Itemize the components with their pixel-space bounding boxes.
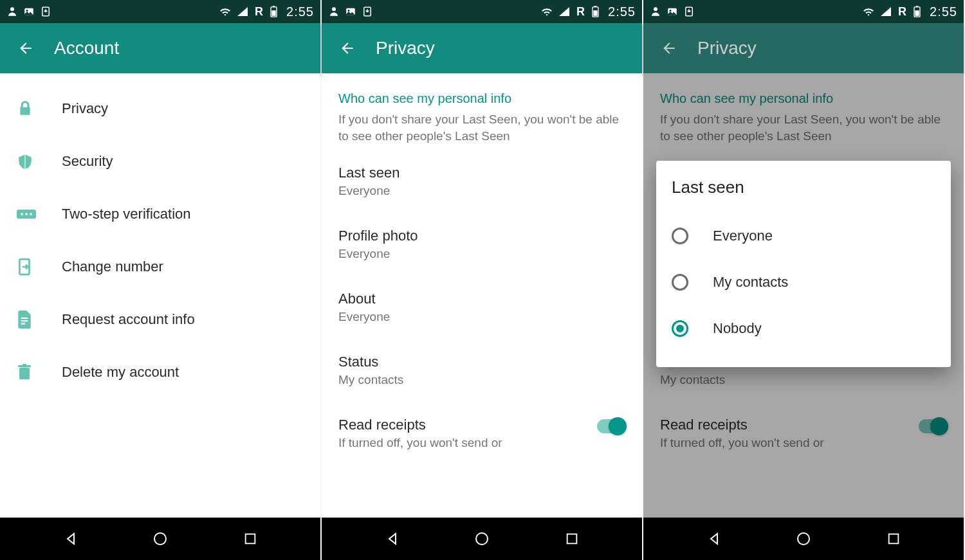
account-item-request-info[interactable]: Request account info bbox=[0, 293, 320, 346]
svg-point-10 bbox=[30, 213, 32, 215]
svg-point-31 bbox=[670, 10, 672, 12]
page-title: Privacy bbox=[697, 38, 757, 59]
privacy-item-title: Last seen bbox=[338, 165, 625, 181]
battery-icon bbox=[270, 6, 277, 17]
radio-label: Nobody bbox=[713, 320, 762, 337]
signal-icon bbox=[880, 6, 892, 17]
last-seen-dialog: Last seen Everyone My contacts Nobody bbox=[656, 161, 951, 367]
privacy-item-value: My contacts bbox=[338, 373, 625, 387]
privacy-item-read-receipts[interactable]: Read receipts If turned off, you won't s… bbox=[322, 400, 642, 463]
nav-back-button[interactable] bbox=[373, 526, 412, 552]
nav-recent-button[interactable] bbox=[874, 526, 913, 552]
privacy-item-value: Everyone bbox=[338, 247, 625, 261]
radio-icon bbox=[672, 274, 688, 291]
action-bar: Privacy bbox=[643, 23, 964, 73]
read-receipts-toggle bbox=[919, 419, 947, 433]
image-icon bbox=[666, 6, 678, 17]
privacy-item-title: Read receipts bbox=[338, 417, 597, 433]
account-content: Privacy Security Two-step verification C… bbox=[0, 73, 320, 518]
account-item-change-number[interactable]: Change number bbox=[0, 240, 320, 293]
privacy-item-status[interactable]: Status My contacts bbox=[322, 337, 642, 400]
page-title: Account bbox=[54, 38, 119, 59]
section-header: Who can see my personal info bbox=[322, 73, 642, 111]
privacy-item-title: About bbox=[338, 291, 625, 307]
nav-home-button[interactable] bbox=[463, 526, 501, 552]
svg-rect-14 bbox=[21, 323, 25, 324]
dialog-title: Last seen bbox=[672, 177, 935, 197]
square-recent-icon bbox=[887, 532, 901, 546]
image-icon bbox=[23, 6, 35, 17]
signal-icon bbox=[237, 6, 248, 17]
wifi-icon bbox=[540, 6, 553, 17]
account-item-label: Delete my account bbox=[62, 364, 179, 381]
page-title: Privacy bbox=[376, 38, 435, 59]
shield-icon bbox=[17, 153, 49, 170]
radio-option-nobody[interactable]: Nobody bbox=[672, 305, 935, 352]
svg-point-9 bbox=[25, 213, 28, 215]
signal-icon bbox=[558, 6, 570, 17]
status-time: 2:55 bbox=[930, 5, 957, 19]
privacy-item-last-seen[interactable]: Last seen Everyone bbox=[322, 148, 642, 211]
action-bar: Privacy bbox=[322, 23, 642, 73]
square-recent-icon bbox=[243, 532, 257, 546]
back-button[interactable] bbox=[656, 35, 682, 61]
trash-icon bbox=[17, 364, 49, 381]
circle-home-icon bbox=[152, 531, 168, 546]
lock-icon bbox=[17, 100, 49, 117]
account-item-label: Privacy bbox=[62, 100, 108, 117]
svg-rect-25 bbox=[594, 6, 597, 7]
back-button[interactable] bbox=[13, 35, 39, 61]
privacy-item-title: Profile photo bbox=[338, 228, 625, 244]
privacy-item-value: Everyone bbox=[338, 310, 625, 324]
privacy-item-about[interactable]: About Everyone bbox=[322, 274, 642, 337]
svg-rect-19 bbox=[245, 534, 255, 544]
svg-rect-16 bbox=[18, 365, 31, 367]
account-item-security[interactable]: Security bbox=[0, 135, 320, 188]
sim-swap-icon bbox=[17, 258, 49, 276]
status-bar: R 2:55 bbox=[643, 0, 964, 23]
nav-back-button[interactable] bbox=[695, 526, 733, 552]
privacy-item-value: My contacts bbox=[660, 373, 947, 387]
account-item-two-step[interactable]: Two-step verification bbox=[0, 188, 320, 240]
svg-rect-28 bbox=[567, 534, 576, 544]
section-subtext: If you don't share your Last Seen, you w… bbox=[643, 111, 964, 148]
svg-rect-15 bbox=[19, 368, 30, 379]
privacy-content-dimmed: Who can see my personal info If you don'… bbox=[643, 73, 964, 518]
svg-point-36 bbox=[798, 533, 809, 545]
status-time: 2:55 bbox=[608, 5, 636, 19]
nav-back-button[interactable] bbox=[51, 526, 90, 552]
status-bar: R 2:55 bbox=[0, 0, 320, 23]
svg-point-20 bbox=[332, 7, 336, 11]
nav-recent-button[interactable] bbox=[231, 526, 270, 552]
nav-bar bbox=[0, 518, 320, 560]
privacy-item-sub: If turned off, you won't send or bbox=[660, 436, 919, 450]
privacy-item-title: Read receipts bbox=[660, 417, 919, 433]
account-item-delete[interactable]: Delete my account bbox=[0, 346, 320, 399]
arrow-left-icon bbox=[17, 40, 34, 57]
svg-rect-13 bbox=[21, 320, 28, 321]
svg-point-0 bbox=[10, 7, 14, 11]
radio-option-everyone[interactable]: Everyone bbox=[672, 213, 935, 259]
privacy-item-sub: If turned off, you won't send or bbox=[338, 436, 597, 450]
nav-home-button[interactable] bbox=[141, 526, 179, 552]
svg-point-22 bbox=[348, 10, 350, 12]
square-recent-icon bbox=[565, 532, 579, 546]
phone-account: R 2:55 Account Privacy Security Two-step… bbox=[0, 0, 322, 560]
back-button[interactable] bbox=[335, 35, 360, 61]
svg-point-29 bbox=[654, 7, 657, 11]
download-icon bbox=[40, 6, 51, 17]
read-receipts-toggle[interactable] bbox=[597, 419, 625, 433]
arrow-left-icon bbox=[661, 40, 677, 57]
nav-recent-button[interactable] bbox=[553, 526, 591, 552]
triangle-back-icon bbox=[63, 531, 78, 546]
nav-home-button[interactable] bbox=[784, 526, 823, 552]
image-icon bbox=[345, 6, 356, 17]
person-icon bbox=[328, 6, 340, 17]
privacy-item-profile-photo[interactable]: Profile photo Everyone bbox=[322, 211, 642, 274]
download-icon bbox=[683, 6, 695, 17]
account-item-privacy[interactable]: Privacy bbox=[0, 82, 320, 135]
svg-rect-17 bbox=[23, 364, 26, 365]
triangle-back-icon bbox=[385, 531, 400, 546]
radio-option-my-contacts[interactable]: My contacts bbox=[672, 259, 935, 305]
privacy-content: Who can see my personal info If you don'… bbox=[322, 73, 642, 518]
